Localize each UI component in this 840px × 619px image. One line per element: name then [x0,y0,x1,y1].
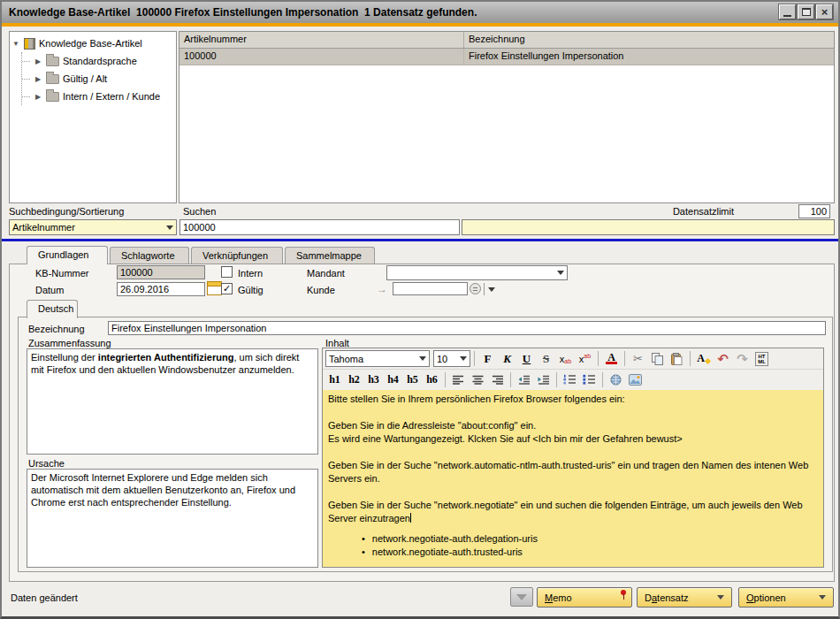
chevron-down-icon [516,594,527,600]
category-tree: ▼ Knowledge Base-Artikel ▶ Standardsprac… [9,31,177,203]
align-right-icon[interactable] [488,371,507,388]
heading1-button[interactable]: h1 [325,371,344,388]
tree-item-standardsprache[interactable]: ▶ Standardsprache [22,52,174,70]
text-caret [410,513,411,523]
maximize-button[interactable] [798,4,814,19]
tab-sammelmappe[interactable]: Sammelmappe [285,247,375,264]
paste-icon[interactable] [668,350,686,368]
table-row[interactable]: 100000 Firefox Einstellungen Impersonati… [179,49,834,65]
tree-item-label: Gültig / Alt [63,73,107,84]
toolbar-separator [474,351,475,366]
tab-verknuepfungen[interactable]: Verknüpfungen [191,247,283,264]
color-bar [606,362,617,364]
align-center-icon[interactable] [469,371,487,388]
tree-expand-icon[interactable]: ▶ [34,75,42,83]
collapse-button[interactable] [510,587,533,607]
tree-expand-icon[interactable]: ▶ [34,93,42,101]
editor-toolbar-row2: h1 h2 h3 h4 h5 h6 [323,369,823,389]
intern-label: Intern [238,268,263,279]
subscript-button[interactable]: xab [556,350,575,368]
cell-bezeichnung: Firefox Einstellungen Impersonation [464,49,834,65]
tab-grundlagen[interactable]: Grundlagen [27,246,108,264]
redo-icon[interactable]: ↷ [733,350,752,368]
search-input[interactable]: 100000 [179,219,460,235]
mandant-label: Mandant [307,268,345,279]
html-source-button[interactable]: HTML [752,350,771,368]
underline-button[interactable]: U [517,350,536,368]
align-left-icon[interactable] [449,371,468,388]
strikethrough-button[interactable]: S [537,350,555,368]
undo-icon[interactable]: ↶ [714,350,732,368]
tree-expand-icon[interactable]: ▶ [34,57,42,65]
kunde-dropdown-button[interactable] [484,283,498,295]
toolbar-separator [556,372,557,387]
column-header-artikelnummer[interactable]: Artikelnummer [179,32,464,48]
section-divider [2,239,838,241]
kunde-input[interactable] [393,282,468,295]
goto-arrow-icon[interactable]: → [377,283,387,295]
copy-icon[interactable] [648,350,667,368]
highlight-button[interactable]: A [694,350,713,368]
inhalt-content[interactable]: Bitte stellen Sie in Ihrem persönlichen … [323,390,823,567]
bullet-item: •network.negotiate-auth.trusted-uris [362,546,818,559]
outdent-icon[interactable] [515,371,533,388]
tree-item-intern-extern-kunde[interactable]: ▶ Intern / Extern / Kunde [22,88,174,105]
toolbar-separator [445,372,446,387]
ursache-textarea[interactable]: Der Microsoft Internet Explorere und Edg… [27,469,318,568]
datensatz-button[interactable]: Datensatz [637,587,732,608]
chevron-down-icon [460,356,467,361]
intern-checkbox[interactable] [221,266,233,278]
tree-item-gueltig-alt[interactable]: ▶ Gültig / Alt [22,70,174,88]
editor-toolbar-row1: Tahoma 10 F K U S xab xab A ✂ A ↶ ↷ HTML [323,348,823,369]
memo-button[interactable]: Memo [537,587,632,608]
close-icon: × [821,6,829,18]
record-limit-input[interactable]: 100 [798,204,830,218]
cut-icon[interactable]: ✂ [629,350,647,368]
unordered-list-icon[interactable] [580,371,599,388]
mandant-select[interactable] [386,265,568,280]
search-condition-select[interactable]: Artikelnummer [9,219,177,235]
folder-icon [46,74,59,84]
indent-icon[interactable] [534,371,553,388]
chevron-down-icon [488,287,495,292]
insert-image-icon[interactable] [626,371,645,388]
date-input[interactable]: 26.09.2016 [117,282,205,296]
gueltig-checkbox[interactable]: ✓ [221,283,233,294]
record-limit-label: Datensatzlimit [673,206,734,217]
font-color-button[interactable]: A [602,350,621,368]
tree-root-knowledge-base[interactable]: ▼ Knowledge Base-Artikel [11,34,174,52]
content-line [328,406,818,419]
optionen-button[interactable]: Optionen [738,587,834,608]
font-size-select[interactable]: 10 [433,350,470,367]
minimize-button[interactable] [779,4,796,19]
bezeichnung-input[interactable]: Firefox Einstellungen Impersonation [108,321,826,335]
kunde-lookup-button[interactable] [470,283,481,294]
font-family-select[interactable]: Tahoma [325,350,430,367]
content-line: Es wird eine Wartungangezeigt. Klcken Si… [328,432,818,446]
ordered-list-icon[interactable] [561,371,579,388]
heading2-button[interactable]: h2 [345,371,363,388]
search-secondary-input[interactable] [462,219,835,235]
calendar-icon[interactable] [207,281,222,295]
italic-button[interactable]: K [498,350,516,368]
bold-button[interactable]: F [478,350,497,368]
toolbar-separator [598,351,599,366]
heading6-button[interactable]: h6 [423,371,441,388]
chevron-down-icon [557,271,564,275]
tab-schlagworte[interactable]: Schlagworte [110,247,189,264]
tab-deutsch[interactable]: Deutsch [27,300,78,318]
tree-collapse-icon[interactable]: ▼ [11,40,20,48]
tree-children: ▶ Standardsprache ▶ Gültig / Alt ▶ Inter… [21,52,174,105]
heading4-button[interactable]: h4 [384,371,402,388]
column-header-bezeichnung[interactable]: Bezeichnung [464,32,834,48]
bullet-icon: • [362,546,365,559]
superscript-button[interactable]: xab [576,350,594,368]
heading3-button[interactable]: h3 [364,371,383,388]
zusammenfassung-textarea[interactable]: Einstellung der integrierten Authentifiz… [27,348,318,455]
link-globe-icon[interactable] [607,371,625,388]
minimize-icon [783,15,791,17]
heading5-button[interactable]: h5 [403,371,422,388]
tree-connector [22,79,30,80]
close-button[interactable]: × [816,4,833,19]
content-line [328,485,818,499]
